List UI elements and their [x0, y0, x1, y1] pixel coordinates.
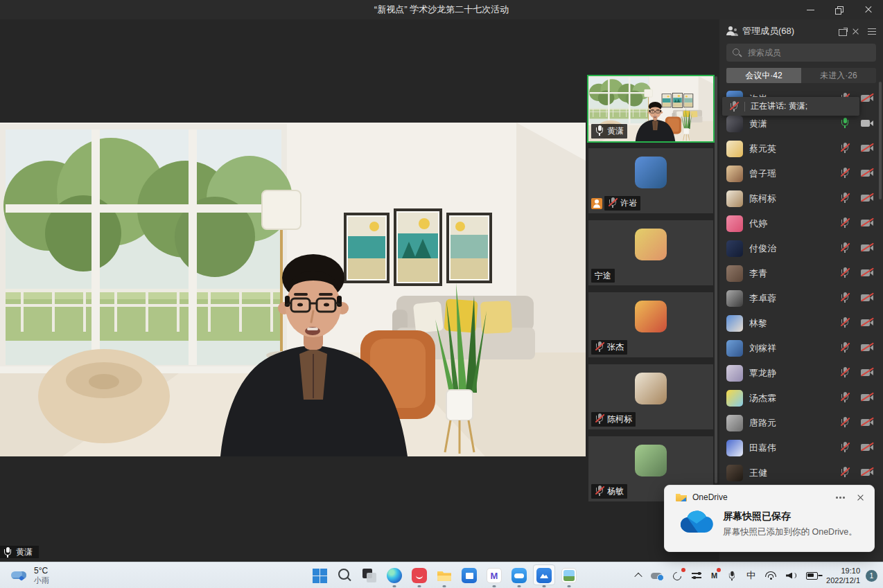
- start-button[interactable]: [307, 562, 332, 588]
- camera-status-icon[interactable]: [861, 417, 874, 429]
- video-tile[interactable]: 宁途: [588, 220, 713, 285]
- member-row[interactable]: 王健: [719, 461, 883, 485]
- member-row[interactable]: 李卓蓉: [719, 286, 883, 311]
- mic-muted-icon: [840, 292, 850, 303]
- video-tile[interactable]: 黄潇: [588, 76, 713, 141]
- video-tile[interactable]: 许岩: [588, 148, 713, 213]
- camera-status-icon[interactable]: [861, 267, 874, 280]
- onedrive-notification[interactable]: OneDrive 屏幕快照已保存 屏幕快照已添加到你的 OneDrive。: [664, 485, 875, 552]
- camera-off-icon: [861, 443, 874, 452]
- edge-browser[interactable]: [382, 562, 407, 588]
- restore-button[interactable]: [825, 0, 854, 19]
- camera-status-icon[interactable]: [861, 93, 874, 105]
- mixer-tray-icon[interactable]: [687, 562, 706, 588]
- camera-status-icon[interactable]: [861, 367, 874, 380]
- camera-status-icon[interactable]: [861, 317, 874, 330]
- mic-status-icon[interactable]: [840, 342, 850, 355]
- member-row[interactable]: 田嘉伟: [719, 436, 883, 461]
- mic-status-icon[interactable]: [840, 168, 850, 181]
- member-name: 刘稼祥: [749, 342, 834, 355]
- camera-status-icon[interactable]: [861, 342, 874, 355]
- tab-in-meeting[interactable]: 会议中·42: [726, 68, 801, 83]
- mic-status-icon[interactable]: [840, 417, 850, 430]
- mic-status-icon[interactable]: [840, 367, 850, 380]
- weather-widget[interactable]: 5°C 小雨: [7, 562, 53, 588]
- mic-status-icon[interactable]: [840, 292, 850, 305]
- camera-status-icon[interactable]: [861, 168, 874, 180]
- member-name: 曾子瑶: [749, 168, 834, 180]
- search-input[interactable]: [746, 47, 870, 58]
- microsoft-store[interactable]: [457, 562, 482, 588]
- mic-status-icon[interactable]: [840, 143, 850, 156]
- battery-icon[interactable]: [801, 562, 823, 588]
- member-search[interactable]: [726, 44, 876, 62]
- member-row[interactable]: 蔡元英: [719, 136, 883, 161]
- notification-close-icon[interactable]: [857, 494, 864, 501]
- mic-status-icon[interactable]: [840, 118, 850, 131]
- ime-indicator[interactable]: 中: [742, 562, 760, 588]
- camera-status-icon[interactable]: [861, 242, 874, 255]
- huawei-app[interactable]: [407, 562, 432, 588]
- member-avatar: [726, 415, 743, 431]
- minimize-button[interactable]: [796, 0, 825, 19]
- camera-status-icon[interactable]: [861, 392, 874, 404]
- camera-status-icon[interactable]: [861, 143, 874, 155]
- member-avatar: [726, 290, 743, 307]
- close-button[interactable]: [854, 0, 883, 19]
- onedrive-sync-icon[interactable]: [646, 562, 667, 588]
- panel-menu-icon[interactable]: [868, 28, 876, 35]
- member-row[interactable]: 代婷: [719, 211, 883, 236]
- panel-scrollbar[interactable]: [879, 82, 882, 199]
- main-speaker-video[interactable]: [0, 123, 586, 456]
- camera-status-icon[interactable]: [861, 118, 874, 130]
- mic-status-icon[interactable]: [840, 317, 850, 330]
- file-explorer-icon: [436, 567, 453, 584]
- member-row[interactable]: 付俊治: [719, 236, 883, 261]
- meeting-app[interactable]: [532, 562, 557, 588]
- task-view[interactable]: [357, 562, 382, 588]
- m-app-tray-icon[interactable]: M: [706, 562, 722, 588]
- member-row[interactable]: 曾子瑶: [719, 161, 883, 186]
- camera-status-icon[interactable]: [861, 217, 874, 230]
- popout-icon[interactable]: [839, 28, 848, 35]
- member-row[interactable]: 刘稼祥: [719, 336, 883, 361]
- volume-icon[interactable]: [781, 562, 801, 588]
- video-tile[interactable]: 张杰: [588, 292, 713, 357]
- photos-app[interactable]: [557, 562, 582, 588]
- member-row[interactable]: 汤杰霖: [719, 386, 883, 411]
- camera-status-icon[interactable]: [861, 442, 874, 454]
- mic-status-icon[interactable]: [840, 193, 850, 206]
- member-row[interactable]: 覃龙静: [719, 361, 883, 386]
- file-explorer[interactable]: [432, 562, 457, 588]
- tab-not-joined[interactable]: 未进入·26: [801, 68, 876, 83]
- mic-status-icon[interactable]: [840, 392, 850, 405]
- clock[interactable]: 19:10 2022/12/1: [826, 566, 860, 586]
- notification-count-badge[interactable]: 1: [866, 570, 877, 582]
- m-app[interactable]: M: [482, 562, 507, 588]
- video-tile[interactable]: 陈柯标: [588, 364, 713, 429]
- mic-status-icon[interactable]: [840, 217, 850, 231]
- mic-status-icon[interactable]: [840, 267, 850, 280]
- mic-status-icon[interactable]: [840, 242, 850, 256]
- member-row[interactable]: 陈柯标: [719, 186, 883, 211]
- active-speaker-label: 黄潇: [0, 546, 39, 558]
- wifi-icon[interactable]: [760, 562, 781, 588]
- strip-scrollbar[interactable]: [715, 76, 717, 483]
- notification-more-icon[interactable]: [836, 496, 846, 499]
- mic-muted-icon: [840, 217, 850, 228]
- mic-in-use-icon[interactable]: [722, 562, 742, 588]
- member-row[interactable]: 林黎: [719, 311, 883, 336]
- taskbar-search[interactable]: [332, 562, 357, 588]
- camera-status-icon[interactable]: [861, 467, 874, 479]
- camera-status-icon[interactable]: [861, 193, 874, 205]
- member-row[interactable]: 唐路元: [719, 411, 883, 436]
- camera-status-icon[interactable]: [861, 292, 874, 305]
- cloud-drive-app[interactable]: [507, 562, 532, 588]
- sync-alert-icon[interactable]: [667, 562, 687, 588]
- mic-status-icon[interactable]: [840, 467, 850, 480]
- tray-chevron-up-icon[interactable]: [631, 562, 646, 588]
- titlebar[interactable]: “新视点” 学术沙龙第二十七次活动: [0, 0, 883, 19]
- panel-close-icon[interactable]: [852, 28, 859, 35]
- mic-status-icon[interactable]: [840, 442, 850, 455]
- member-row[interactable]: 李青: [719, 261, 883, 286]
